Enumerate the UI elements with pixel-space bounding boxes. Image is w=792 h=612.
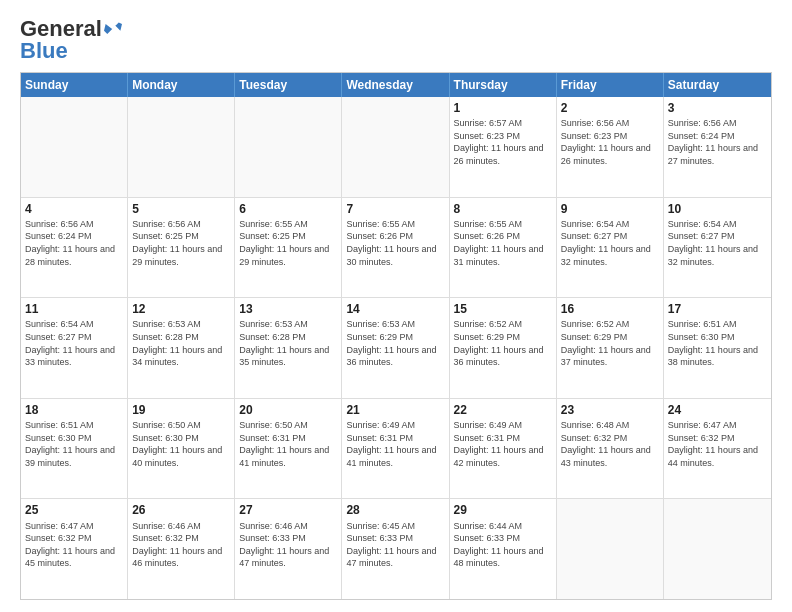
calendar-day-24: 24Sunrise: 6:47 AMSunset: 6:32 PMDayligh… — [664, 399, 771, 499]
calendar-day-4: 4Sunrise: 6:56 AMSunset: 6:24 PMDaylight… — [21, 198, 128, 298]
calendar-header: SundayMondayTuesdayWednesdayThursdayFrid… — [21, 73, 771, 97]
header-day-saturday: Saturday — [664, 73, 771, 97]
calendar: SundayMondayTuesdayWednesdayThursdayFrid… — [20, 72, 772, 600]
day-number: 23 — [561, 402, 659, 418]
day-number: 21 — [346, 402, 444, 418]
day-number: 26 — [132, 502, 230, 518]
calendar-day-15: 15Sunrise: 6:52 AMSunset: 6:29 PMDayligh… — [450, 298, 557, 398]
day-info: Sunrise: 6:57 AMSunset: 6:23 PMDaylight:… — [454, 117, 552, 167]
calendar-week-3: 11Sunrise: 6:54 AMSunset: 6:27 PMDayligh… — [21, 298, 771, 399]
calendar-day-empty — [21, 97, 128, 197]
day-info: Sunrise: 6:48 AMSunset: 6:32 PMDaylight:… — [561, 419, 659, 469]
day-number: 11 — [25, 301, 123, 317]
svg-marker-0 — [104, 22, 122, 33]
day-info: Sunrise: 6:46 AMSunset: 6:33 PMDaylight:… — [239, 520, 337, 570]
day-number: 16 — [561, 301, 659, 317]
day-info: Sunrise: 6:53 AMSunset: 6:28 PMDaylight:… — [132, 318, 230, 368]
day-info: Sunrise: 6:47 AMSunset: 6:32 PMDaylight:… — [668, 419, 767, 469]
day-info: Sunrise: 6:52 AMSunset: 6:29 PMDaylight:… — [454, 318, 552, 368]
day-info: Sunrise: 6:55 AMSunset: 6:25 PMDaylight:… — [239, 218, 337, 268]
day-number: 29 — [454, 502, 552, 518]
day-info: Sunrise: 6:56 AMSunset: 6:24 PMDaylight:… — [25, 218, 123, 268]
day-info: Sunrise: 6:56 AMSunset: 6:23 PMDaylight:… — [561, 117, 659, 167]
day-number: 6 — [239, 201, 337, 217]
header-day-wednesday: Wednesday — [342, 73, 449, 97]
header: General Blue — [20, 16, 772, 64]
day-number: 12 — [132, 301, 230, 317]
day-info: Sunrise: 6:45 AMSunset: 6:33 PMDaylight:… — [346, 520, 444, 570]
calendar-day-22: 22Sunrise: 6:49 AMSunset: 6:31 PMDayligh… — [450, 399, 557, 499]
day-number: 15 — [454, 301, 552, 317]
day-number: 8 — [454, 201, 552, 217]
day-info: Sunrise: 6:55 AMSunset: 6:26 PMDaylight:… — [454, 218, 552, 268]
calendar-day-3: 3Sunrise: 6:56 AMSunset: 6:24 PMDaylight… — [664, 97, 771, 197]
calendar-week-2: 4Sunrise: 6:56 AMSunset: 6:24 PMDaylight… — [21, 198, 771, 299]
day-number: 10 — [668, 201, 767, 217]
day-info: Sunrise: 6:54 AMSunset: 6:27 PMDaylight:… — [25, 318, 123, 368]
day-number: 18 — [25, 402, 123, 418]
calendar-day-empty — [664, 499, 771, 599]
day-number: 22 — [454, 402, 552, 418]
calendar-day-7: 7Sunrise: 6:55 AMSunset: 6:26 PMDaylight… — [342, 198, 449, 298]
calendar-day-25: 25Sunrise: 6:47 AMSunset: 6:32 PMDayligh… — [21, 499, 128, 599]
header-day-thursday: Thursday — [450, 73, 557, 97]
calendar-day-9: 9Sunrise: 6:54 AMSunset: 6:27 PMDaylight… — [557, 198, 664, 298]
day-info: Sunrise: 6:55 AMSunset: 6:26 PMDaylight:… — [346, 218, 444, 268]
calendar-day-empty — [128, 97, 235, 197]
day-info: Sunrise: 6:49 AMSunset: 6:31 PMDaylight:… — [346, 419, 444, 469]
calendar-day-8: 8Sunrise: 6:55 AMSunset: 6:26 PMDaylight… — [450, 198, 557, 298]
day-number: 17 — [668, 301, 767, 317]
day-info: Sunrise: 6:53 AMSunset: 6:29 PMDaylight:… — [346, 318, 444, 368]
day-number: 27 — [239, 502, 337, 518]
day-info: Sunrise: 6:53 AMSunset: 6:28 PMDaylight:… — [239, 318, 337, 368]
day-number: 14 — [346, 301, 444, 317]
header-day-tuesday: Tuesday — [235, 73, 342, 97]
calendar-day-12: 12Sunrise: 6:53 AMSunset: 6:28 PMDayligh… — [128, 298, 235, 398]
logo: General Blue — [20, 16, 122, 64]
calendar-day-17: 17Sunrise: 6:51 AMSunset: 6:30 PMDayligh… — [664, 298, 771, 398]
day-info: Sunrise: 6:46 AMSunset: 6:32 PMDaylight:… — [132, 520, 230, 570]
calendar-day-20: 20Sunrise: 6:50 AMSunset: 6:31 PMDayligh… — [235, 399, 342, 499]
calendar-day-11: 11Sunrise: 6:54 AMSunset: 6:27 PMDayligh… — [21, 298, 128, 398]
calendar-week-5: 25Sunrise: 6:47 AMSunset: 6:32 PMDayligh… — [21, 499, 771, 599]
day-number: 7 — [346, 201, 444, 217]
calendar-day-21: 21Sunrise: 6:49 AMSunset: 6:31 PMDayligh… — [342, 399, 449, 499]
day-info: Sunrise: 6:56 AMSunset: 6:25 PMDaylight:… — [132, 218, 230, 268]
calendar-day-14: 14Sunrise: 6:53 AMSunset: 6:29 PMDayligh… — [342, 298, 449, 398]
calendar-day-empty — [342, 97, 449, 197]
header-day-friday: Friday — [557, 73, 664, 97]
day-info: Sunrise: 6:52 AMSunset: 6:29 PMDaylight:… — [561, 318, 659, 368]
day-info: Sunrise: 6:50 AMSunset: 6:30 PMDaylight:… — [132, 419, 230, 469]
day-info: Sunrise: 6:47 AMSunset: 6:32 PMDaylight:… — [25, 520, 123, 570]
calendar-week-1: 1Sunrise: 6:57 AMSunset: 6:23 PMDaylight… — [21, 97, 771, 198]
day-number: 1 — [454, 100, 552, 116]
day-info: Sunrise: 6:54 AMSunset: 6:27 PMDaylight:… — [561, 218, 659, 268]
day-info: Sunrise: 6:54 AMSunset: 6:27 PMDaylight:… — [668, 218, 767, 268]
calendar-week-4: 18Sunrise: 6:51 AMSunset: 6:30 PMDayligh… — [21, 399, 771, 500]
calendar-body: 1Sunrise: 6:57 AMSunset: 6:23 PMDaylight… — [21, 97, 771, 599]
calendar-day-6: 6Sunrise: 6:55 AMSunset: 6:25 PMDaylight… — [235, 198, 342, 298]
day-info: Sunrise: 6:51 AMSunset: 6:30 PMDaylight:… — [25, 419, 123, 469]
calendar-day-19: 19Sunrise: 6:50 AMSunset: 6:30 PMDayligh… — [128, 399, 235, 499]
day-number: 9 — [561, 201, 659, 217]
header-day-sunday: Sunday — [21, 73, 128, 97]
day-number: 19 — [132, 402, 230, 418]
calendar-day-1: 1Sunrise: 6:57 AMSunset: 6:23 PMDaylight… — [450, 97, 557, 197]
day-number: 2 — [561, 100, 659, 116]
day-info: Sunrise: 6:44 AMSunset: 6:33 PMDaylight:… — [454, 520, 552, 570]
day-number: 20 — [239, 402, 337, 418]
calendar-day-27: 27Sunrise: 6:46 AMSunset: 6:33 PMDayligh… — [235, 499, 342, 599]
day-info: Sunrise: 6:49 AMSunset: 6:31 PMDaylight:… — [454, 419, 552, 469]
header-day-monday: Monday — [128, 73, 235, 97]
calendar-day-29: 29Sunrise: 6:44 AMSunset: 6:33 PMDayligh… — [450, 499, 557, 599]
calendar-day-5: 5Sunrise: 6:56 AMSunset: 6:25 PMDaylight… — [128, 198, 235, 298]
day-number: 5 — [132, 201, 230, 217]
day-info: Sunrise: 6:50 AMSunset: 6:31 PMDaylight:… — [239, 419, 337, 469]
calendar-day-28: 28Sunrise: 6:45 AMSunset: 6:33 PMDayligh… — [342, 499, 449, 599]
calendar-day-18: 18Sunrise: 6:51 AMSunset: 6:30 PMDayligh… — [21, 399, 128, 499]
calendar-day-empty — [235, 97, 342, 197]
calendar-day-empty — [557, 499, 664, 599]
day-number: 28 — [346, 502, 444, 518]
calendar-day-10: 10Sunrise: 6:54 AMSunset: 6:27 PMDayligh… — [664, 198, 771, 298]
day-info: Sunrise: 6:56 AMSunset: 6:24 PMDaylight:… — [668, 117, 767, 167]
